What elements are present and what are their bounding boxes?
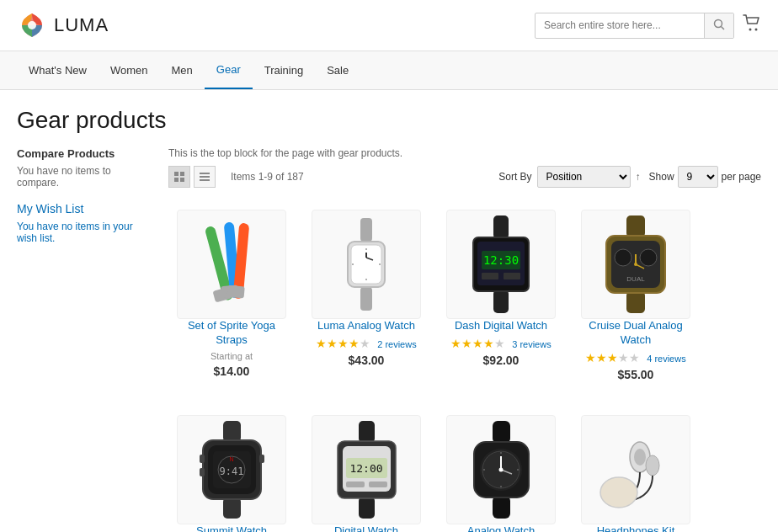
nav-item-women[interactable]: Women	[99, 52, 160, 88]
logo[interactable]: LUMA	[17, 10, 109, 40]
product-item: 12:30 Dash Digital Watch ★★★★★ 3 reviews…	[438, 201, 564, 390]
product-name[interactable]: Headphones Kit	[581, 524, 690, 532]
headphones-image	[594, 423, 678, 516]
svg-text:9:41: 9:41	[219, 466, 243, 477]
digital-watch2-image: 12:00	[331, 419, 402, 520]
svg-point-4	[749, 28, 752, 30]
svg-rect-30	[493, 290, 509, 313]
product-name[interactable]: Dash Digital Watch	[446, 319, 556, 333]
product-image[interactable]: DUAL	[581, 210, 690, 319]
svg-rect-48	[223, 497, 241, 519]
nav-item-training[interactable]: Training	[253, 52, 315, 88]
svg-point-74	[500, 452, 502, 454]
svg-point-76	[483, 469, 485, 471]
product-item: DUAL Cruise Dual Analog Watch ★★★★★ 4 re…	[573, 201, 699, 390]
product-item: 9:41 N Summit Watch ★★★★★ 3 reviews $54.…	[168, 407, 295, 532]
svg-rect-37	[626, 215, 645, 237]
product-price-prefix: Starting at	[177, 351, 286, 361]
svg-point-73	[498, 467, 503, 471]
svg-point-80	[600, 477, 637, 508]
nav-item-sale[interactable]: Sale	[315, 52, 360, 88]
product-name[interactable]: Digital Watch	[312, 524, 421, 532]
product-rating: ★★★★★ 3 reviews	[446, 337, 556, 350]
toolbar: Items 1-9 of 187 Sort By Position Produc…	[168, 166, 761, 188]
show-label: Show	[649, 171, 674, 183]
svg-rect-36	[504, 273, 520, 279]
reviews-link[interactable]: 4 reviews	[647, 354, 685, 364]
svg-rect-54	[259, 455, 264, 463]
svg-text:12:00: 12:00	[349, 462, 382, 475]
products-grid: Set of Sprite Yoga Straps Starting at $1…	[168, 201, 761, 532]
svg-text:N: N	[229, 456, 233, 462]
product-price: $55.00	[581, 368, 690, 381]
product-image[interactable]: 12:30	[446, 210, 556, 319]
svg-rect-22	[351, 245, 381, 284]
main-layout: Compare Products You have no items to co…	[17, 147, 761, 532]
nav-item-men[interactable]: Men	[160, 52, 205, 88]
yoga-straps-image	[189, 214, 274, 315]
analog-dark-image	[466, 419, 537, 520]
svg-rect-7	[180, 172, 184, 176]
svg-point-1	[28, 21, 36, 29]
svg-rect-58	[359, 421, 375, 443]
show-select[interactable]: 9 15 24	[678, 166, 718, 188]
product-item: Set of Sprite Yoga Straps Starting at $1…	[168, 201, 295, 390]
product-name[interactable]: Luma Analog Watch	[312, 319, 421, 333]
cart-icon[interactable]	[743, 14, 761, 37]
nav-item-whats-new[interactable]: What's New	[17, 52, 99, 88]
product-name[interactable]: Summit Watch	[177, 524, 286, 532]
search-button[interactable]	[704, 13, 733, 38]
product-rating: ★★★★★ 4 reviews	[581, 351, 690, 364]
search-box[interactable]	[535, 13, 734, 39]
product-item: Analog Watch	[438, 407, 564, 532]
page-content: Gear products Compare Products You have …	[0, 90, 778, 532]
svg-point-81	[634, 449, 646, 466]
product-image[interactable]	[446, 415, 556, 524]
svg-point-2	[715, 19, 722, 27]
product-name[interactable]: Set of Sprite Yoga Straps	[177, 319, 286, 348]
sort-area: Sort By Position Product Name Price ↑	[498, 166, 640, 188]
sidebar: Compare Products You have no items to co…	[17, 147, 152, 532]
svg-rect-47	[223, 421, 241, 442]
svg-rect-8	[174, 178, 179, 182]
svg-rect-11	[200, 176, 210, 178]
product-rating: ★★★★★ 2 reviews	[312, 337, 421, 350]
logo-text: LUMA	[54, 14, 109, 36]
sort-direction-icon[interactable]: ↑	[636, 171, 641, 183]
svg-rect-20	[360, 287, 372, 311]
header-right	[535, 13, 761, 39]
top-info-text: This is the top block for the page with …	[168, 147, 761, 159]
svg-rect-35	[482, 273, 498, 279]
product-item: 12:00 Digital Watch	[303, 407, 429, 532]
sort-select[interactable]: Position Product Name Price	[537, 166, 631, 188]
svg-point-26	[365, 279, 367, 280]
product-image[interactable]	[312, 210, 421, 319]
svg-rect-12	[200, 179, 210, 181]
grid-view-button[interactable]	[168, 166, 190, 188]
search-icon	[713, 19, 725, 30]
compare-products-section: Compare Products You have no items to co…	[17, 147, 152, 189]
nav-item-gear[interactable]: Gear	[205, 51, 253, 89]
svg-rect-10	[200, 173, 210, 174]
svg-rect-9	[180, 178, 184, 182]
product-name[interactable]: Analog Watch	[446, 524, 556, 532]
svg-point-41	[615, 249, 631, 266]
product-name[interactable]: Cruise Dual Analog Watch	[581, 319, 690, 348]
dash-watch-image: 12:30	[463, 214, 539, 315]
svg-rect-18	[227, 285, 245, 299]
per-page-label: per page	[722, 171, 761, 183]
summit-watch-image: 9:41 N	[196, 419, 268, 520]
reviews-link[interactable]: 2 reviews	[377, 339, 416, 349]
page-title: Gear products	[17, 107, 761, 134]
product-image[interactable]: 9:41 N	[177, 415, 286, 524]
wish-list-title[interactable]: My Wish List	[17, 202, 152, 215]
reviews-link[interactable]: 3 reviews	[512, 339, 551, 349]
svg-point-5	[755, 28, 758, 30]
grid-icon	[173, 171, 185, 183]
product-image[interactable]	[177, 210, 286, 319]
view-switcher	[168, 166, 216, 188]
product-image[interactable]	[581, 415, 690, 524]
search-input[interactable]	[536, 14, 704, 36]
product-image[interactable]: 12:00	[312, 415, 421, 524]
list-view-button[interactable]	[194, 166, 216, 188]
